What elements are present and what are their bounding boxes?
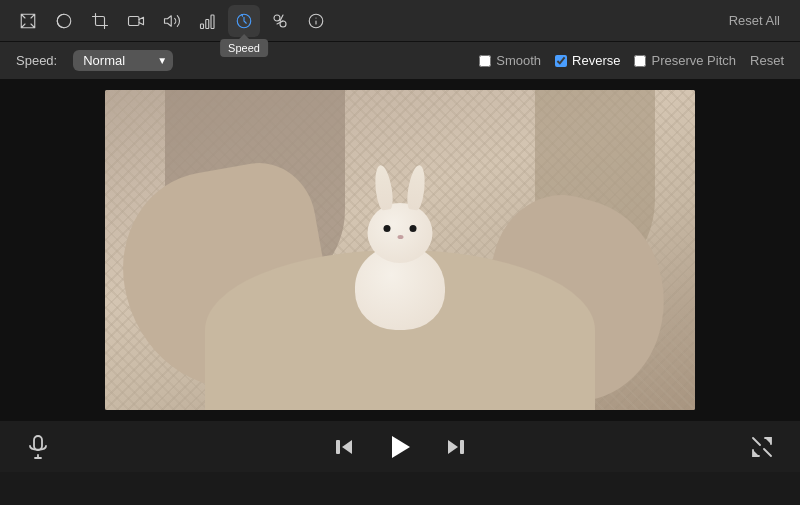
skip-back-button[interactable]: [326, 429, 362, 465]
smooth-checkbox[interactable]: [479, 55, 491, 67]
reverse-label: Reverse: [572, 53, 620, 68]
transform-tool[interactable]: [12, 5, 44, 37]
svg-rect-16: [460, 440, 464, 454]
smooth-label: Smooth: [496, 53, 541, 68]
preserve-pitch-checkbox[interactable]: [634, 55, 646, 67]
svg-marker-12: [342, 440, 352, 454]
svg-rect-1: [129, 16, 140, 25]
reverse-checkbox-wrap[interactable]: Reverse: [555, 53, 620, 68]
crop-tool[interactable]: [84, 5, 116, 37]
speed-tooltip: Speed: [220, 39, 268, 57]
svg-rect-3: [206, 19, 209, 28]
options-right: Smooth Reverse Preserve Pitch Reset: [479, 53, 784, 68]
preserve-pitch-checkbox-wrap[interactable]: Preserve Pitch: [634, 53, 736, 68]
svg-rect-9: [34, 436, 42, 450]
toolbar: Speed Reset All: [0, 0, 800, 42]
controls-right: [740, 429, 780, 465]
preserve-pitch-label: Preserve Pitch: [651, 53, 736, 68]
bunny-figure: [355, 245, 445, 330]
speed-label: Speed:: [16, 53, 57, 68]
speed-tool[interactable]: Speed: [228, 5, 260, 37]
controls-bar: [0, 420, 800, 472]
levels-tool[interactable]: [192, 5, 224, 37]
video-frame: [105, 90, 695, 410]
speed-select[interactable]: 0.125x 0.25x 0.5x Normal 2x 4x 8x 20x: [73, 50, 173, 71]
color-tool[interactable]: [48, 5, 80, 37]
svg-rect-4: [211, 15, 214, 29]
effects-tool[interactable]: [264, 5, 296, 37]
info-tool[interactable]: [300, 5, 332, 37]
bunny-head: [368, 203, 433, 263]
svg-rect-2: [201, 24, 204, 29]
video-container: [0, 80, 800, 420]
video-tool[interactable]: [120, 5, 152, 37]
fullscreen-button[interactable]: [744, 429, 780, 465]
svg-point-6: [274, 15, 280, 21]
bunny-nose: [397, 235, 403, 239]
speed-select-wrap: 0.125x 0.25x 0.5x Normal 2x 4x 8x 20x ▼: [73, 50, 173, 71]
reset-button[interactable]: Reset: [750, 53, 784, 68]
reset-all-button[interactable]: Reset All: [721, 9, 788, 32]
controls-center: [326, 429, 474, 465]
video-preview: [105, 90, 695, 410]
svg-marker-14: [392, 436, 410, 458]
bunny-eye-right: [410, 225, 417, 232]
svg-marker-15: [448, 440, 458, 454]
svg-rect-13: [336, 440, 340, 454]
play-button[interactable]: [382, 429, 418, 465]
bunny-body: [355, 245, 445, 330]
audio-tool[interactable]: [156, 5, 188, 37]
toolbar-tools: Speed: [12, 5, 332, 37]
microphone-button[interactable]: [20, 429, 56, 465]
options-bar: Speed: 0.125x 0.25x 0.5x Normal 2x 4x 8x…: [0, 42, 800, 80]
toolbar-right: Reset All: [721, 9, 788, 32]
bunny-eye-left: [384, 225, 391, 232]
reverse-checkbox[interactable]: [555, 55, 567, 67]
skip-forward-button[interactable]: [438, 429, 474, 465]
smooth-checkbox-wrap[interactable]: Smooth: [479, 53, 541, 68]
controls-left: [20, 429, 60, 465]
